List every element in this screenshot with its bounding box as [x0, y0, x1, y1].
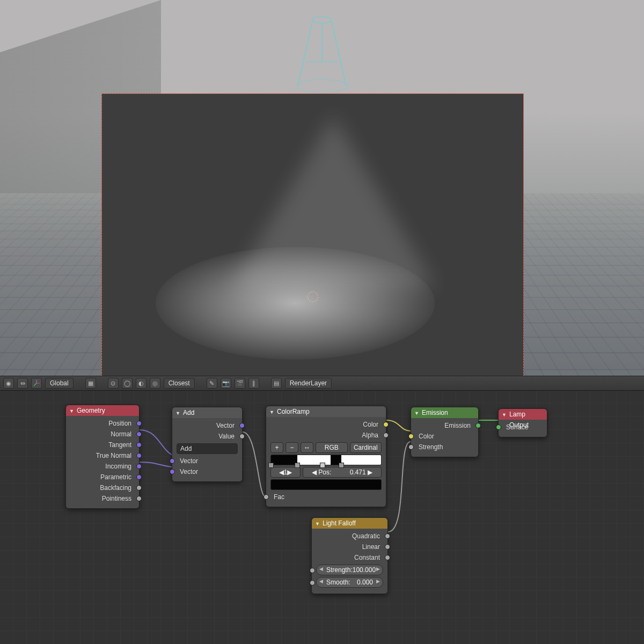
- socket-fac-in[interactable]: Fac: [266, 492, 386, 502]
- svg-line-1: [298, 21, 312, 86]
- ramp-colormode-dropdown[interactable]: RGB: [316, 442, 348, 453]
- node-title[interactable]: ColorRamp: [266, 406, 386, 417]
- socket-emission-out[interactable]: Emission: [411, 420, 478, 431]
- node-title[interactable]: Geometry: [66, 405, 139, 416]
- socket-vector-in-2[interactable]: Vector: [172, 466, 242, 477]
- layers-icon[interactable]: ▦: [85, 378, 96, 389]
- socket-parametric[interactable]: Parametric: [66, 472, 139, 482]
- socket-pointiness[interactable]: Pointiness: [66, 493, 139, 504]
- camera-render-border: [102, 94, 523, 376]
- node-geometry[interactable]: Geometry Position Normal Tangent True No…: [65, 405, 140, 509]
- node-title[interactable]: Add: [172, 407, 242, 418]
- ramp-interp-dropdown[interactable]: Cardinal: [350, 442, 382, 453]
- node-title[interactable]: Emission: [411, 407, 478, 418]
- 3d-cursor-icon: [308, 291, 318, 302]
- node-editor-header: ◉ ⇔ Global ▦ ⊙ ◯ ◐ ◎ Closest ✎ 📷 🎬 ∥ ▤ R…: [0, 376, 644, 391]
- socket-vector-out[interactable]: Vector: [172, 420, 242, 431]
- ramp-color-swatch[interactable]: [270, 479, 382, 490]
- node-title[interactable]: Lamp Output: [499, 409, 547, 420]
- socket-value-out[interactable]: Value: [172, 431, 242, 442]
- socket-color-out[interactable]: Color: [266, 419, 386, 430]
- ramp-remove-button[interactable]: −: [286, 442, 298, 453]
- node-vector-math-add[interactable]: Add Vector Value Add Vector Vector: [172, 407, 243, 482]
- node-emission[interactable]: Emission Emission Color Strength: [411, 407, 479, 457]
- ramp-pos-field[interactable]: ◀ Pos: 0.471 ▶: [303, 467, 382, 478]
- socket-quadratic[interactable]: Quadratic: [312, 531, 387, 541]
- socket-strength-in[interactable]: Strength: [411, 442, 478, 452]
- transform-orientation-dropdown[interactable]: Global: [45, 378, 74, 389]
- operation-dropdown[interactable]: Add: [177, 443, 238, 454]
- svg-line-8: [34, 383, 36, 386]
- socket-linear[interactable]: Linear: [312, 541, 387, 552]
- snap-magnet-icon[interactable]: ⊙: [108, 378, 119, 389]
- camera-icon[interactable]: 📷: [221, 378, 231, 389]
- render-icon[interactable]: ✎: [207, 378, 217, 389]
- spot-lamp-gizmo[interactable]: [290, 13, 354, 94]
- pause-icon[interactable]: ∥: [248, 378, 259, 389]
- snap-mode-dropdown[interactable]: Closest: [164, 378, 195, 389]
- socket-position[interactable]: Position: [66, 418, 139, 429]
- socket-alpha-out[interactable]: Alpha: [266, 430, 386, 441]
- strength-field[interactable]: Strength:100.000: [316, 565, 383, 575]
- node-color-ramp[interactable]: ColorRamp Color Alpha + − ↔ RGB Cardinal…: [266, 406, 386, 507]
- axes-icon: [31, 378, 42, 389]
- socket-backfacing[interactable]: Backfacing: [66, 482, 139, 493]
- proportional-icon[interactable]: ◐: [136, 378, 147, 389]
- svg-point-5: [296, 79, 348, 92]
- editor-type-icon[interactable]: ◉: [3, 378, 14, 389]
- ramp-flip-button[interactable]: ↔: [301, 442, 313, 453]
- socket-incoming[interactable]: Incoming: [66, 461, 139, 472]
- socket-color-in[interactable]: Color: [411, 431, 478, 442]
- color-ramp-gradient[interactable]: [270, 455, 382, 465]
- pivot-icon[interactable]: ◎: [150, 378, 160, 389]
- socket-constant[interactable]: Constant: [312, 552, 387, 563]
- ramp-index-field[interactable]: ◀ 1 ▶: [270, 467, 301, 478]
- render-layer-dropdown[interactable]: RenderLayer: [285, 378, 332, 389]
- socket-tangent[interactable]: Tangent: [66, 440, 139, 450]
- svg-line-2: [332, 21, 346, 86]
- socket-normal[interactable]: Normal: [66, 429, 139, 440]
- node-title[interactable]: Light Falloff: [312, 518, 387, 529]
- expand-icon[interactable]: ⇔: [17, 378, 28, 389]
- socket-surface-in[interactable]: Surface: [499, 422, 547, 433]
- node-lamp-output[interactable]: Lamp Output Surface: [498, 408, 547, 437]
- ramp-add-button[interactable]: +: [270, 442, 283, 453]
- socket-true-normal[interactable]: True Normal: [66, 450, 139, 461]
- smooth-field[interactable]: Smooth:0.000: [316, 577, 383, 588]
- 3d-viewport[interactable]: [0, 0, 644, 376]
- svg-point-0: [312, 17, 332, 23]
- clapper-icon[interactable]: 🎬: [235, 378, 245, 389]
- node-editor[interactable]: Geometry Position Normal Tangent True No…: [0, 391, 644, 644]
- node-light-falloff[interactable]: Light Falloff Quadratic Linear Constant …: [311, 517, 388, 594]
- socket-vector-in-1[interactable]: Vector: [172, 456, 242, 466]
- renderlayer-icon[interactable]: ▤: [271, 378, 282, 389]
- snap-toggle-icon[interactable]: ◯: [122, 378, 133, 389]
